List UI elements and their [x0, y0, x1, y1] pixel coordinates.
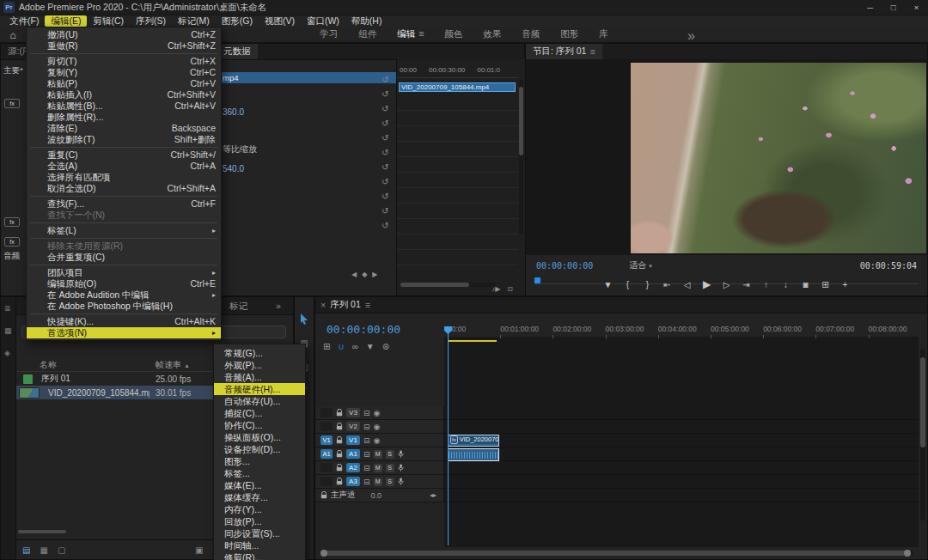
tab-program-monitor[interactable]: 节目: 序列 01 ≡ — [526, 44, 602, 59]
source-patch-button[interactable] — [321, 463, 333, 472]
track-lock-icon[interactable] — [321, 491, 327, 499]
master-gain-value[interactable]: 0.0 — [371, 491, 382, 500]
button-editor-icon[interactable]: + — [841, 280, 850, 289]
menubar-item[interactable]: 编辑(E) — [45, 15, 87, 27]
timeline-ruler[interactable]: 00:0000:01:00:0000:02:00:0000:03:00:0000… — [444, 325, 919, 338]
track-target-button[interactable]: A1 — [346, 449, 360, 459]
menu-item[interactable]: 粘贴(P) Ctrl+V ▸ — [27, 78, 221, 89]
menu-item[interactable]: 捕捉(C)... — [214, 407, 305, 419]
audio-clip[interactable] — [448, 448, 499, 461]
track-target-button[interactable]: A3 — [346, 477, 360, 486]
timeline-timecode[interactable]: 00:00:00:00 — [327, 323, 400, 336]
mute-button[interactable]: M — [374, 464, 382, 472]
audio-track-lane[interactable] — [444, 461, 919, 475]
menu-item[interactable]: 时间轴... — [214, 539, 305, 551]
menu-item[interactable]: 在 Adobe Photoshop 中编辑(H) ▸ — [27, 301, 221, 312]
track-lock-icon[interactable] — [336, 409, 343, 417]
add-marker-icon[interactable]: ▼ — [604, 280, 613, 289]
list-view-icon[interactable]: ▤ — [22, 545, 30, 555]
panel-menu-icon[interactable]: ≡ — [365, 300, 370, 310]
panel-menu-icon[interactable]: ≡ — [589, 46, 595, 57]
menu-item[interactable]: 同步设置(S)... — [214, 527, 305, 539]
track-target-button[interactable]: V2 — [346, 422, 360, 431]
menubar-item[interactable]: 剪辑(C) — [87, 15, 130, 27]
menu-item[interactable]: 快捷键(K)... Ctrl+Alt+K ▸ — [27, 316, 221, 327]
source-patch-button[interactable]: A1 — [321, 449, 333, 459]
menu-item[interactable]: 图形... — [214, 455, 305, 467]
vertical-scrollbar[interactable] — [519, 80, 523, 234]
menu-item[interactable]: 粘贴插入(I) Ctrl+Shift+V ▸ — [27, 89, 221, 100]
reset-param-icon[interactable]: ↺ — [382, 162, 388, 172]
video-clip[interactable]: fxVID_2020070 — [448, 435, 499, 447]
menubar-item[interactable]: 标记(M) — [172, 15, 216, 27]
menu-item[interactable]: 移除未使用资源(R) ▸ — [27, 240, 221, 252]
track-lock-icon[interactable] — [336, 464, 343, 472]
go-to-out-icon[interactable]: ⇥ — [742, 280, 751, 289]
voiceover-mic-icon[interactable] — [398, 450, 404, 458]
menu-item[interactable]: 重复(C) Ctrl+Shift+/ ▸ — [27, 149, 221, 161]
menu-item[interactable]: 合并重复项(C) ▸ — [27, 252, 221, 263]
video-track-lane[interactable] — [444, 434, 919, 447]
step-back-icon[interactable]: ◁ — [683, 280, 692, 289]
solo-button[interactable]: S — [386, 450, 394, 459]
menu-item[interactable]: 取消全选(D) Ctrl+Shift+A ▸ — [27, 183, 221, 194]
reset-param-icon[interactable]: ↺ — [382, 192, 388, 201]
horizontal-zoom-scrollbar[interactable] — [322, 551, 913, 556]
info-icon[interactable]: ◈ — [4, 349, 10, 357]
workspace-tab[interactable]: 图形≡ — [560, 28, 578, 40]
menubar-item[interactable]: 窗口(W) — [301, 15, 345, 27]
param-value[interactable]: 540.0 — [223, 164, 244, 173]
menubar-item[interactable]: 序列(S) — [130, 15, 172, 27]
go-to-in-icon[interactable]: ⇤ — [663, 280, 672, 289]
kf-prev-icon[interactable]: ◀ — [351, 271, 357, 278]
extract-icon[interactable]: ↓ — [782, 280, 791, 289]
reset-param-icon[interactable]: ↺ — [382, 148, 388, 157]
menu-item[interactable]: 媒体(E)... — [214, 479, 305, 491]
source-patch-button[interactable] — [321, 477, 333, 486]
column-name[interactable]: 名称 — [40, 359, 57, 371]
audio-track-lane[interactable] — [444, 447, 919, 461]
workspace-tab[interactable]: 颜色≡ — [444, 28, 462, 40]
sync-lock-icon[interactable]: ⊟ — [363, 409, 370, 417]
reset-param-icon[interactable]: ↺ — [382, 221, 388, 230]
menu-item[interactable]: 撤消(U) Ctrl+Z ▸ — [27, 29, 221, 40]
sync-lock-icon[interactable]: ⊟ — [363, 423, 370, 431]
fx-badge-icon[interactable]: fx — [4, 99, 20, 108]
track-target-button[interactable]: A2 — [346, 463, 360, 472]
media-browser-icon[interactable]: ≣ — [4, 304, 11, 313]
eye-icon[interactable]: ◉ — [374, 436, 381, 445]
track-lock-icon[interactable] — [336, 450, 343, 458]
zoom-level-dropdown[interactable]: 适合▾ — [629, 259, 652, 271]
horizontal-scrollbar[interactable] — [18, 530, 66, 533]
menubar-item[interactable]: 视图(V) — [259, 15, 301, 27]
master-knob-icon[interactable]: ◂▸ — [430, 491, 437, 499]
column-framerate[interactable]: 帧速率▲ — [156, 359, 190, 371]
menu-item[interactable]: 删除属性(R)... ▸ — [27, 112, 221, 123]
freeform-view-icon[interactable]: ▢ — [58, 545, 65, 555]
workspace-tab[interactable]: 效果≡ — [483, 28, 501, 40]
menu-item[interactable]: 查找(F)... Ctrl+F ▸ — [27, 198, 221, 210]
reset-param-icon[interactable]: ↺ — [382, 89, 388, 99]
effect-controls-ruler[interactable]: 00:0000:00:30:0000:01:0 — [397, 66, 518, 78]
source-patch-button[interactable]: V1 — [321, 435, 333, 445]
zoom-scrollbar[interactable] — [400, 283, 495, 287]
step-forward-icon[interactable]: ▷ — [723, 280, 731, 289]
reset-param-icon[interactable]: ↺ — [382, 104, 388, 113]
menu-item[interactable]: 粘贴属性(B)... Ctrl+Alt+V ▸ — [27, 100, 221, 112]
menu-item[interactable]: 协作(C)... — [214, 419, 305, 431]
play-icon[interactable]: ▶ — [703, 278, 711, 290]
libraries-icon[interactable]: ▦ — [4, 326, 12, 335]
workspace-overflow-icon[interactable]: » — [687, 28, 695, 44]
fx-badge-icon[interactable]: fx — [4, 217, 20, 227]
mark-in-icon[interactable]: { — [624, 280, 632, 289]
audio-track-lane[interactable] — [444, 475, 919, 489]
menu-item[interactable]: 修剪(R)... — [214, 551, 305, 560]
menu-item[interactable]: 团队项目 ▸ — [27, 267, 221, 278]
menu-item[interactable]: 音频硬件(H)... — [214, 383, 305, 395]
solo-button[interactable]: S — [386, 464, 394, 472]
mark-out-icon[interactable]: } — [644, 280, 652, 289]
track-lock-icon[interactable] — [336, 478, 343, 485]
workspace-tab[interactable]: 音频≡ — [522, 28, 540, 40]
solo-button[interactable]: S — [386, 478, 394, 486]
lift-icon[interactable]: ↑ — [762, 280, 771, 289]
